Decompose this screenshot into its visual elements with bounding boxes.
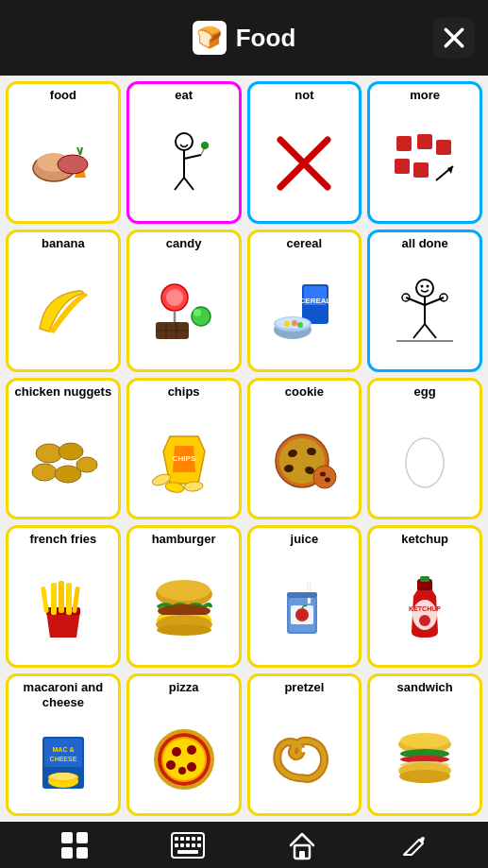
svg-point-30 bbox=[194, 309, 201, 316]
svg-point-42 bbox=[427, 285, 429, 288]
card-all-done[interactable]: all done bbox=[367, 230, 482, 372]
svg-point-39 bbox=[297, 322, 303, 328]
svg-rect-74 bbox=[66, 583, 72, 615]
card-not-label: not bbox=[294, 88, 313, 105]
card-cookie[interactable]: cookie bbox=[247, 378, 362, 520]
close-button[interactable] bbox=[433, 17, 475, 59]
keyboard-button[interactable] bbox=[165, 826, 210, 864]
card-pretzel[interactable]: pretzel bbox=[247, 673, 362, 816]
svg-point-105 bbox=[172, 747, 181, 757]
svg-rect-130 bbox=[197, 837, 201, 841]
card-pizza[interactable]: pizza bbox=[126, 673, 242, 816]
card-chips[interactable]: chips CHIPS bbox=[126, 378, 242, 520]
card-not[interactable]: not bbox=[247, 81, 362, 224]
card-candy-label: candy bbox=[166, 236, 202, 253]
svg-text:KETCHUP: KETCHUP bbox=[409, 605, 441, 612]
card-candy[interactable]: candy bbox=[126, 230, 242, 372]
card-food[interactable]: food bbox=[6, 81, 121, 224]
svg-point-37 bbox=[284, 321, 290, 327]
card-banana-img bbox=[10, 255, 116, 367]
card-egg[interactable]: egg bbox=[367, 378, 482, 520]
svg-point-41 bbox=[421, 285, 424, 288]
svg-rect-132 bbox=[180, 843, 184, 847]
home-button[interactable] bbox=[281, 825, 323, 866]
svg-point-112 bbox=[307, 762, 311, 767]
svg-point-5 bbox=[58, 155, 88, 174]
card-egg-label: egg bbox=[414, 384, 436, 401]
svg-line-49 bbox=[425, 324, 436, 338]
svg-rect-72 bbox=[51, 583, 57, 615]
svg-rect-16 bbox=[417, 134, 432, 149]
card-food-img bbox=[10, 107, 116, 219]
card-macaroni-and-cheese-img: MAC & CHEESE bbox=[10, 711, 116, 811]
grid-view-button[interactable] bbox=[54, 825, 95, 866]
svg-text:MAC &: MAC & bbox=[52, 746, 74, 753]
keyboard-icon bbox=[171, 832, 205, 859]
svg-rect-90 bbox=[420, 576, 429, 582]
svg-point-38 bbox=[292, 320, 297, 326]
card-more-label: more bbox=[410, 88, 440, 105]
header: 🍞 Food bbox=[0, 0, 488, 76]
card-hamburger[interactable]: hamburger bbox=[126, 525, 242, 668]
svg-rect-88 bbox=[287, 592, 317, 598]
svg-point-109 bbox=[178, 767, 186, 774]
svg-rect-124 bbox=[76, 847, 88, 859]
svg-point-70 bbox=[409, 439, 441, 483]
card-cereal-label: cereal bbox=[287, 236, 323, 253]
card-sandwich-img bbox=[372, 699, 478, 811]
svg-line-11 bbox=[175, 178, 184, 190]
card-ketchup[interactable]: ketchup KETCHUP bbox=[367, 525, 482, 668]
card-cereal[interactable]: cereal CEREAL bbox=[247, 230, 362, 372]
svg-rect-15 bbox=[396, 136, 412, 151]
card-cookie-label: cookie bbox=[285, 384, 324, 401]
card-cereal-img: CEREAL bbox=[252, 255, 358, 367]
svg-line-4 bbox=[80, 147, 82, 155]
card-juice[interactable]: juice bbox=[247, 525, 362, 668]
card-more[interactable]: more bbox=[367, 81, 482, 224]
card-chips-img: CHIPS bbox=[131, 403, 237, 516]
food-grid: food eat bbox=[0, 76, 488, 822]
card-pretzel-img bbox=[252, 699, 358, 811]
card-all-done-img bbox=[372, 255, 478, 367]
svg-point-111 bbox=[297, 764, 302, 769]
card-eat[interactable]: eat bbox=[126, 81, 242, 224]
svg-rect-135 bbox=[197, 843, 201, 847]
svg-rect-122 bbox=[76, 832, 88, 843]
card-macaroni-and-cheese[interactable]: macaroni and cheese MAC & CHEESE bbox=[6, 673, 121, 816]
card-chicken-nuggets[interactable]: chicken nuggets bbox=[6, 378, 121, 520]
svg-line-12 bbox=[184, 178, 194, 190]
card-cookie-img bbox=[252, 403, 358, 516]
svg-rect-131 bbox=[175, 843, 178, 847]
svg-point-55 bbox=[76, 457, 97, 472]
card-banana[interactable]: banana bbox=[6, 230, 121, 372]
svg-text:CHIPS: CHIPS bbox=[172, 454, 195, 463]
card-food-label: food bbox=[50, 88, 76, 105]
svg-rect-128 bbox=[186, 837, 190, 841]
card-pretzel-label: pretzel bbox=[284, 680, 324, 697]
card-french-fries[interactable]: french fries bbox=[6, 525, 121, 668]
svg-rect-121 bbox=[61, 832, 73, 843]
svg-line-45 bbox=[425, 298, 444, 305]
card-chips-label: chips bbox=[168, 384, 200, 401]
svg-rect-126 bbox=[175, 837, 178, 841]
edit-icon bbox=[398, 830, 429, 860]
svg-line-44 bbox=[406, 298, 425, 305]
svg-point-86 bbox=[295, 608, 309, 621]
svg-rect-76 bbox=[41, 587, 49, 613]
svg-rect-95 bbox=[44, 739, 82, 767]
card-not-img bbox=[252, 107, 358, 219]
svg-point-100 bbox=[50, 773, 76, 780]
card-pizza-label: pizza bbox=[169, 680, 199, 697]
svg-rect-127 bbox=[180, 837, 184, 841]
card-sandwich[interactable]: sandwich bbox=[367, 673, 482, 816]
edit-button[interactable] bbox=[393, 825, 434, 866]
card-ketchup-label: ketchup bbox=[401, 532, 448, 549]
card-all-done-label: all done bbox=[402, 236, 448, 253]
svg-point-6 bbox=[176, 133, 193, 150]
close-icon bbox=[441, 25, 467, 51]
food-icon: 🍞 bbox=[193, 21, 227, 55]
card-french-fries-label: french fries bbox=[29, 532, 96, 549]
svg-rect-123 bbox=[61, 847, 73, 859]
card-chicken-nuggets-img bbox=[10, 403, 116, 516]
svg-point-67 bbox=[320, 471, 326, 476]
